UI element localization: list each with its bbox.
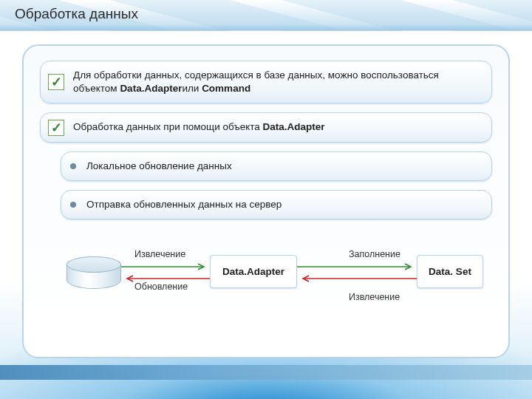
bullet-card-1: Для обработки данных, содержащихся в баз…	[40, 61, 492, 103]
arrow-adapter-to-db	[121, 276, 210, 282]
main-panel: Для обработки данных, содержащихся в баз…	[22, 44, 510, 358]
sub2-text: Отправка обновленных данных на сервер	[86, 199, 282, 210]
dataset-box: Data. Set	[417, 255, 483, 288]
check-icon	[48, 74, 64, 90]
arrow-db-to-adapter	[121, 264, 210, 270]
label-fill-right: Заполнение	[349, 249, 400, 259]
sub-card-1: Локальное обновление данных	[61, 151, 492, 181]
label-update-left: Обновление	[134, 282, 188, 292]
adapter-label: Data.Adapter	[222, 266, 284, 277]
database-icon	[66, 256, 121, 289]
page-title: Обработка данных	[15, 6, 138, 22]
dataset-label: Data. Set	[429, 266, 471, 277]
label-extract-right: Извлечение	[349, 292, 400, 302]
card1-mid: или	[182, 83, 202, 94]
bullet-dot-icon	[70, 202, 76, 208]
card2-bold: Data.Adapter	[263, 121, 325, 132]
arrow-adapter-to-dataset	[297, 264, 417, 270]
bullet-card-2: Обработка данных при помощи объекта Data…	[40, 112, 492, 142]
diagram: Извлечение Обновление Заполнение Извлече…	[40, 228, 492, 316]
label-extract-left: Извлечение	[134, 249, 185, 259]
footer-band	[0, 365, 532, 380]
card1-bold2: Command	[202, 83, 250, 94]
sub1-text: Локальное обновление данных	[86, 160, 232, 171]
bullet-dot-icon	[70, 163, 76, 169]
check-icon	[48, 120, 64, 136]
card2-text: Обработка данных при помощи объекта	[73, 121, 263, 132]
card1-bold1: Data.Adapter	[120, 83, 182, 94]
arrow-dataset-to-adapter	[297, 276, 417, 282]
sub-card-2: Отправка обновленных данных на сервер	[61, 190, 492, 219]
adapter-box: Data.Adapter	[210, 255, 297, 288]
